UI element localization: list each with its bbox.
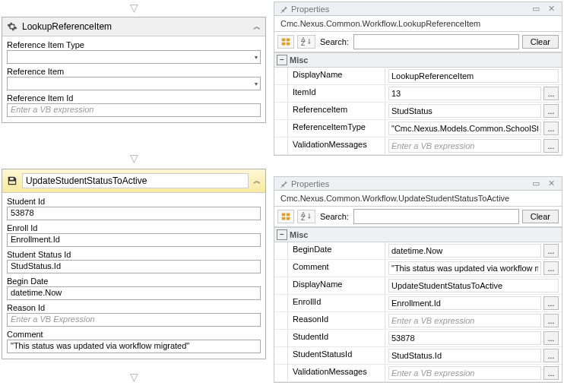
property-value-input[interactable] — [388, 69, 559, 83]
close-icon[interactable]: ✕ — [545, 179, 557, 188]
svg-rect-1 — [287, 39, 290, 42]
ellipsis-button[interactable]: ... — [543, 314, 559, 327]
property-value-cell: ... — [385, 312, 562, 329]
property-value-input[interactable] — [388, 366, 541, 380]
ref-id-input[interactable]: Enter a VB expression — [7, 103, 261, 117]
close-icon[interactable]: ✕ — [545, 4, 557, 14]
property-row: DisplayName — [274, 277, 562, 295]
ellipsis-button[interactable]: ... — [543, 139, 559, 153]
ref-item-dropdown[interactable]: ▾ — [7, 77, 261, 90]
property-value-input[interactable] — [388, 244, 541, 258]
property-value-input[interactable] — [388, 279, 559, 292]
comment-input[interactable]: "This status was updated via workflow mi… — [7, 340, 261, 353]
search-label: Search: — [318, 37, 350, 46]
property-row: DisplayName — [274, 68, 562, 85]
chevron-down-icon: ▾ — [255, 54, 258, 61]
categorize-button[interactable] — [277, 210, 294, 223]
property-value-cell: ... — [385, 260, 562, 277]
ellipsis-button[interactable]: ... — [543, 261, 559, 275]
collapse-icon[interactable]: ︽ — [253, 21, 261, 32]
ellipsis-button[interactable]: ... — [543, 331, 559, 345]
property-row: StudentId... — [274, 330, 562, 347]
reason-id-input[interactable]: Enter a VB Expression — [7, 313, 261, 327]
student-status-id-label: Student Status Id — [7, 249, 261, 260]
property-name: ReasonId — [288, 312, 385, 329]
ellipsis-button[interactable]: ... — [543, 296, 559, 310]
categorize-button[interactable] — [277, 35, 294, 49]
collapse-icon[interactable]: ︽ — [253, 175, 261, 186]
begin-date-label: Begin Date — [7, 276, 261, 286]
property-value-input[interactable] — [388, 331, 541, 345]
ref-item-label: Reference Item — [7, 66, 261, 77]
minimize-icon[interactable]: ▭ — [530, 179, 542, 188]
property-name: EnrollId — [288, 295, 385, 311]
minimize-icon[interactable]: ▭ — [530, 4, 542, 14]
property-row: ReasonId... — [274, 312, 562, 330]
property-row: BeginDate... — [274, 242, 562, 260]
property-value-input[interactable] — [388, 296, 541, 310]
group-collapse-icon[interactable]: − — [277, 55, 287, 65]
ref-type-label: Reference Item Type — [7, 40, 261, 50]
ellipsis-button[interactable]: ... — [543, 104, 559, 118]
property-name: DisplayName — [288, 277, 385, 294]
property-name: StudentStatusId — [288, 347, 385, 364]
svg-rect-3 — [287, 43, 290, 46]
enroll-id-input[interactable]: Enrollment.Id — [7, 233, 261, 247]
property-value-input[interactable] — [388, 139, 541, 153]
sort-az-button[interactable]: AZ — [297, 210, 315, 223]
property-value-cell: ... — [385, 242, 562, 259]
svg-rect-9 — [287, 217, 290, 220]
svg-rect-0 — [282, 39, 286, 42]
update-student-status-panel[interactable]: ︽ Student Id 53878 Enroll Id Enrollment.… — [2, 169, 266, 359]
property-value-input[interactable] — [388, 261, 541, 275]
group-misc[interactable]: − Misc — [274, 227, 562, 242]
group-collapse-icon[interactable]: − — [277, 229, 287, 240]
search-input[interactable] — [353, 209, 519, 224]
lookup-panel-header[interactable]: LookupReferenceItem ︽ — [2, 17, 265, 36]
properties-titlebar[interactable]: Properties ▭ ✕ — [274, 177, 562, 191]
ellipsis-button[interactable]: ... — [543, 122, 559, 135]
clear-button[interactable]: Clear — [522, 35, 559, 49]
ellipsis-button[interactable]: ... — [543, 87, 559, 100]
property-value-input[interactable] — [388, 349, 541, 362]
pin-icon — [279, 179, 288, 188]
property-row: ValidationMessages... — [274, 365, 562, 382]
ellipsis-button[interactable]: ... — [543, 244, 559, 258]
svg-text:Z: Z — [301, 214, 305, 221]
clear-button[interactable]: Clear — [522, 210, 559, 223]
property-value-input[interactable] — [388, 314, 541, 327]
property-value-cell: ... — [385, 103, 562, 119]
enroll-id-label: Enroll Id — [7, 223, 261, 233]
flow-arrow-top: ▽ — [2, 2, 266, 14]
property-value-cell — [385, 68, 562, 84]
property-name: ReferenceItemType — [288, 120, 385, 137]
row-gutter — [274, 120, 288, 137]
search-label: Search: — [318, 212, 350, 221]
property-row: ReferenceItem... — [274, 103, 562, 120]
group-misc[interactable]: − Misc — [274, 52, 562, 68]
ref-type-dropdown[interactable]: ▾ — [7, 50, 261, 64]
property-value-input[interactable] — [388, 87, 541, 100]
qualified-type-name: Cmc.Nexus.Common.Workflow.UpdateStudentS… — [274, 191, 562, 207]
property-value-input[interactable] — [388, 104, 541, 118]
row-gutter — [274, 277, 288, 294]
update-panel-title-input[interactable] — [22, 173, 249, 188]
student-id-label: Student Id — [7, 196, 261, 207]
properties-toolbar: AZ Search: Clear — [274, 207, 562, 227]
property-name: ValidationMessages — [288, 365, 385, 381]
row-gutter — [274, 312, 288, 329]
properties-titlebar[interactable]: Properties ▭ ✕ — [274, 2, 562, 16]
ellipsis-button[interactable]: ... — [543, 349, 559, 362]
begin-date-input[interactable]: datetime.Now — [7, 286, 261, 300]
properties-title-text: Properties — [291, 5, 527, 14]
lookup-reference-item-panel[interactable]: LookupReferenceItem ︽ Reference Item Typ… — [2, 17, 266, 123]
student-status-id-input[interactable]: StudStatus.Id — [7, 260, 261, 273]
property-value-cell: ... — [385, 85, 562, 102]
properties-title-text: Properties — [291, 179, 527, 188]
sort-az-button[interactable]: AZ — [297, 35, 315, 49]
student-id-input[interactable]: 53878 — [7, 207, 261, 220]
update-panel-header[interactable]: ︽ — [2, 169, 265, 193]
property-value-input[interactable] — [388, 122, 541, 135]
search-input[interactable] — [353, 34, 519, 49]
ellipsis-button[interactable]: ... — [543, 366, 559, 380]
